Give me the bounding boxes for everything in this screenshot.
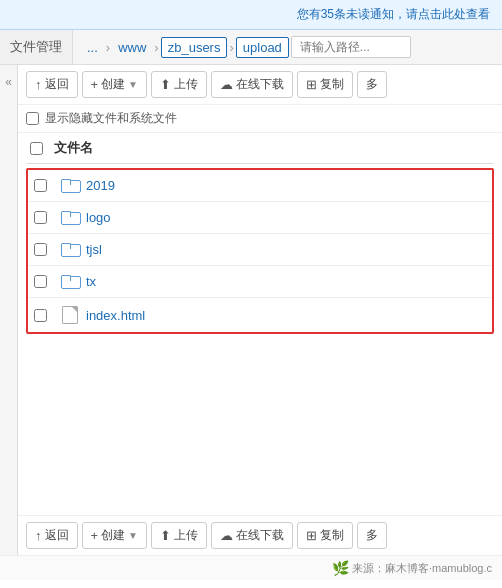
file-row[interactable]: index.html: [28, 298, 492, 332]
main-area: « ↑ 返回 + 创建 ▼ ⬆ 上传 ☁ 在线下载 ⊞: [0, 65, 502, 555]
footer-url: mamublog.c: [432, 562, 492, 574]
file-name-tjsl[interactable]: tjsl: [86, 242, 486, 257]
copy-label: 复制: [320, 76, 344, 93]
bottom-upload-label: 上传: [174, 527, 198, 544]
back-button[interactable]: ↑ 返回: [26, 71, 78, 98]
bottom-create-dropdown-arrow: ▼: [128, 530, 138, 541]
breadcrumb-item-root[interactable]: ...: [81, 38, 104, 57]
breadcrumb-item-zb_users[interactable]: zb_users: [161, 37, 228, 58]
page-title-section: 文件管理: [0, 30, 73, 64]
page-title: 文件管理: [10, 38, 62, 56]
folder-icon: [61, 211, 79, 225]
breadcrumb: ... › www › zb_users › upload: [73, 30, 502, 64]
select-all-checkbox[interactable]: [30, 142, 43, 155]
folder-icon: [61, 243, 79, 257]
create-dropdown-arrow: ▼: [128, 79, 138, 90]
path-input[interactable]: [291, 36, 411, 58]
column-name-header: 文件名: [54, 139, 490, 157]
bottom-more-button[interactable]: 多: [357, 522, 387, 549]
download-icon: ☁: [220, 77, 233, 92]
file-row[interactable]: 2019: [28, 170, 492, 202]
bottom-copy-label: 复制: [320, 527, 344, 544]
bottom-create-button[interactable]: + 创建 ▼: [82, 522, 148, 549]
options-row: 显示隐藏文件和系统文件: [18, 105, 502, 133]
create-label: 创建: [101, 76, 125, 93]
file-name-index[interactable]: index.html: [86, 308, 486, 323]
file-name-logo[interactable]: logo: [86, 210, 486, 225]
file-content: ↑ 返回 + 创建 ▼ ⬆ 上传 ☁ 在线下载 ⊞ 复制 多: [18, 65, 502, 555]
file-row[interactable]: tx: [28, 266, 492, 298]
bottom-plus-icon: +: [91, 528, 99, 543]
bottom-copy-icon: ⊞: [306, 528, 317, 543]
show-hidden-checkbox[interactable]: [26, 112, 39, 125]
create-button[interactable]: + 创建 ▼: [82, 71, 148, 98]
bottom-back-icon: ↑: [35, 528, 42, 543]
bottom-upload-button[interactable]: ⬆ 上传: [151, 522, 207, 549]
bottom-upload-icon: ⬆: [160, 528, 171, 543]
sidebar-toggle-button[interactable]: «: [0, 65, 18, 555]
back-label: 返回: [45, 76, 69, 93]
bottom-back-button[interactable]: ↑ 返回: [26, 522, 78, 549]
download-button[interactable]: ☁ 在线下载: [211, 71, 293, 98]
notification-bar[interactable]: 您有35条未读通知，请点击此处查看: [0, 0, 502, 30]
copy-icon: ⊞: [306, 77, 317, 92]
more-label: 多: [366, 76, 378, 93]
bottom-copy-button[interactable]: ⊞ 复制: [297, 522, 353, 549]
breadcrumb-item-upload[interactable]: upload: [236, 37, 289, 58]
show-hidden-label: 显示隐藏文件和系统文件: [45, 110, 177, 127]
plus-icon: +: [91, 77, 99, 92]
breadcrumb-sep-2: ›: [154, 40, 158, 55]
footer-bar: 🌿 来源：麻木博客· mamublog.c: [0, 555, 502, 580]
more-button[interactable]: 多: [357, 71, 387, 98]
bottom-more-label: 多: [366, 527, 378, 544]
upload-label: 上传: [174, 76, 198, 93]
bottom-download-button[interactable]: ☁ 在线下载: [211, 522, 293, 549]
row-checkbox-tx[interactable]: [34, 275, 47, 288]
bottom-download-icon: ☁: [220, 528, 233, 543]
row-checkbox-index[interactable]: [34, 309, 47, 322]
bottom-download-label: 在线下载: [236, 527, 284, 544]
breadcrumb-sep-1: ›: [106, 40, 110, 55]
header-row: 文件管理 ... › www › zb_users › upload: [0, 30, 502, 65]
footer-brand: 来源：麻木博客·: [352, 561, 432, 576]
file-list-header: 文件名: [26, 133, 494, 164]
file-list-area: 文件名 2019: [18, 133, 502, 515]
row-checkbox-logo[interactable]: [34, 211, 47, 224]
upload-icon: ⬆: [160, 77, 171, 92]
notification-text: 您有35条未读通知，请点击此处查看: [297, 7, 490, 21]
column-name-text: 文件名: [54, 140, 93, 155]
copy-button[interactable]: ⊞ 复制: [297, 71, 353, 98]
folder-icon: [61, 179, 79, 193]
file-name-2019[interactable]: 2019: [86, 178, 486, 193]
watermark-icon: 🌿: [332, 560, 349, 576]
breadcrumb-item-www[interactable]: www: [112, 38, 152, 57]
file-name-tx[interactable]: tx: [86, 274, 486, 289]
row-checkbox-2019[interactable]: [34, 179, 47, 192]
breadcrumb-sep-3: ›: [229, 40, 233, 55]
file-icon: [62, 306, 78, 324]
file-row[interactable]: tjsl: [28, 234, 492, 266]
upload-button[interactable]: ⬆ 上传: [151, 71, 207, 98]
chevron-left-icon: «: [5, 75, 12, 89]
top-toolbar: ↑ 返回 + 创建 ▼ ⬆ 上传 ☁ 在线下载 ⊞ 复制 多: [18, 65, 502, 105]
folder-icon: [61, 275, 79, 289]
file-rows-container: 2019 logo: [26, 168, 494, 334]
file-row[interactable]: logo: [28, 202, 492, 234]
back-icon: ↑: [35, 77, 42, 92]
bottom-create-label: 创建: [101, 527, 125, 544]
bottom-toolbar: ↑ 返回 + 创建 ▼ ⬆ 上传 ☁ 在线下载 ⊞ 复制 多: [18, 515, 502, 555]
download-label: 在线下载: [236, 76, 284, 93]
row-checkbox-tjsl[interactable]: [34, 243, 47, 256]
bottom-back-label: 返回: [45, 527, 69, 544]
